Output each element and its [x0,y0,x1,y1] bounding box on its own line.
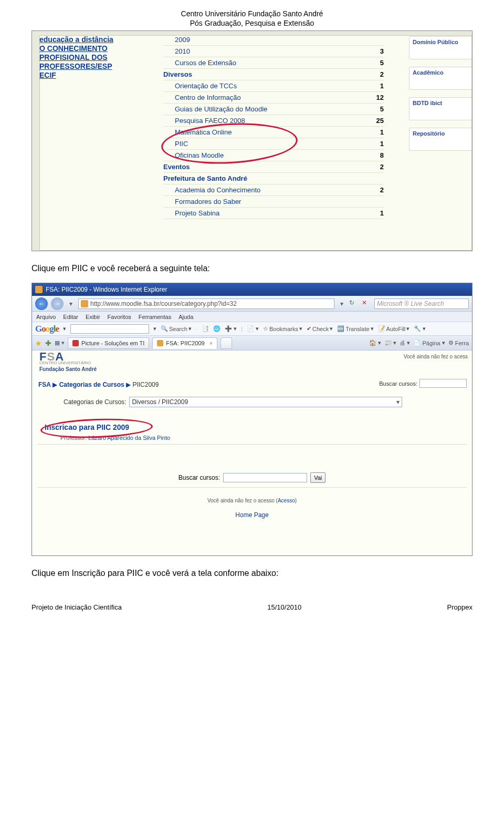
google-autofill-button[interactable]: 📝 AutoFill ▾ [378,325,410,333]
google-dropdown-icon[interactable]: ▾ [63,325,66,332]
chevron-down-icon: ▾ [396,398,400,406]
category-row[interactable]: 2009 [163,34,384,46]
badge-repositorio[interactable]: Repositório [409,128,472,151]
category-row[interactable]: Formadores do Saber [163,196,384,208]
badge-dominio-publico[interactable]: Domínio Público [409,36,472,59]
fsa-logo-icon: FSA [39,354,97,360]
home-icon[interactable]: 🏠 ▾ [369,339,381,346]
login-notice-mid: Você ainda não fez o acesso (Acesso) [32,498,472,503]
google-signin-button[interactable]: 🔧 ▾ [414,325,426,333]
screenshot-browser-piic2009: FSA: PIIC2009 - Windows Internet Explore… [32,283,472,556]
buscar-input-top[interactable] [419,379,467,388]
category-label: Centro de Informação [175,94,241,101]
cat-value: Diversos / PIIC2009 [132,398,188,406]
category-row[interactable]: Prefeitura de Santo André [163,173,384,184]
acesso-link[interactable]: Acesso [278,498,295,503]
category-row[interactable]: Projeto Sabina1 [163,208,384,219]
category-select[interactable]: Diversos / PIIC2009 ▾ [129,397,402,407]
category-label: Academia do Conhecimento [175,186,260,194]
google-translate-button[interactable]: 🔤 Translate ▾ [337,325,373,333]
favorites-star-icon[interactable]: ★ [35,339,42,347]
feeds-icon[interactable]: 📰 ▾ [384,339,396,346]
login-notice-text: Você ainda não fez o acesso [207,498,275,503]
page-content: Você ainda não fez o acess FSA CENTRO UN… [32,351,472,555]
print-icon[interactable]: 🖨 ▾ [400,339,410,346]
search-mid: Buscar cursos: Vai [32,472,472,483]
search-top: Buscar cursos: [379,379,467,388]
tab-picture-solucoes[interactable]: Picture - Soluções em TI [68,337,149,349]
footer-center: 15/10/2010 [267,603,301,611]
professor-name-link[interactable]: Lázaro Aparecido da Silva Pinto [88,435,170,441]
category-count: 5 [366,105,384,113]
category-row[interactable]: Pesquisa FAECO 200825 [163,115,384,127]
category-row[interactable]: Guias de Utilização do Moodle5 [163,104,384,115]
category-row: Categorias de Cursos: Diversos / PIIC200… [64,397,402,407]
category-row[interactable]: PIIC1 [163,138,384,150]
inscricao-link[interactable]: Inscricao para PIIC 2009 [45,423,129,431]
menu-ferramentas[interactable]: Ferramentas [139,314,171,320]
footer-right: Proppex [447,603,472,611]
menu-editar[interactable]: Editar [63,314,78,320]
google-check-button[interactable]: ✔ Check ▾ [307,325,333,333]
gsearch-dropdown-icon[interactable]: ▾ [153,325,156,332]
page-menu[interactable]: 📄 Página ▾ [413,339,445,346]
add-favorite-icon[interactable]: ✚ [45,339,51,347]
crumb-categorias[interactable]: Categorias de Cursos [59,381,124,388]
category-row[interactable]: Matemática Online1 [163,127,384,138]
menu-exibir[interactable]: Exibir [86,314,100,320]
category-label: Eventos [163,163,190,171]
crumb-fsa[interactable]: FSA [38,381,51,388]
category-count: 12 [366,94,384,101]
stop-icon[interactable]: ✕ [362,299,371,308]
category-count: 1 [366,128,384,136]
menu-favoritos[interactable]: Favoritos [108,314,131,320]
category-row[interactable]: Eventos2 [163,161,384,173]
google-toolbar: Google ▾ ▾ 🔍 Search ▾ · 📑 🌐 ➕ ▾ | 📄 ▾ ☆ … [32,322,472,336]
professor-line: Professor: Lázaro Aparecido da Silva Pin… [60,435,170,441]
page-favicon-icon [35,286,43,293]
tab-close-icon[interactable]: × [209,340,213,346]
category-label: Guias de Utilização do Moodle [175,105,267,113]
badge-academico-google[interactable]: Acadêmico [409,67,472,90]
badge-bdtd-ibict[interactable]: BDTD ibict [409,97,472,120]
google-search-button[interactable]: 🔍 Search ▾ [161,325,192,333]
logo-sub1: CENTRO UNIVERSITÁRIO [39,360,97,366]
google-logo-icon: Google [35,324,59,334]
divider-2 [37,487,467,488]
menu-arquivo[interactable]: Arquivo [36,314,56,320]
category-row[interactable]: 20103 [163,46,384,57]
address-bar[interactable]: http://www.moodle.fsa.br/course/category… [78,298,334,309]
url-dropdown-icon[interactable]: ▾ [338,300,346,307]
home-page-link[interactable]: Home Page [32,511,472,519]
vai-button[interactable]: Vai [310,472,326,483]
category-row[interactable]: Orientação de TCCs1 [163,80,384,92]
new-tab-button[interactable] [220,337,232,349]
google-share-button[interactable]: 📑 [202,325,209,333]
category-row[interactable]: Oficinas Moodle8 [163,150,384,161]
browser-search-box[interactable]: Microsoft ® Live Search [374,298,469,309]
category-label: PIIC [175,140,188,148]
category-row[interactable]: Centro de Informação12 [163,92,384,104]
google-news-button[interactable]: 🌐 [213,325,220,333]
category-row[interactable]: Academia do Conhecimento2 [163,184,384,196]
category-row[interactable]: Cursos de Extensão5 [163,57,384,69]
refresh-icon[interactable]: ↻ [349,299,359,308]
category-row[interactable]: Diversos2 [163,69,384,80]
google-search-input[interactable] [70,324,149,334]
quick-tabs-icon[interactable]: ▦ ▾ [55,339,65,346]
menu-ajuda[interactable]: Ajuda [178,314,193,320]
divider [37,444,467,445]
dropdown-icon[interactable]: ▾ [67,300,75,307]
google-more-button[interactable]: ➕ ▾ [225,325,237,333]
category-count: 1 [366,140,384,148]
forward-button[interactable]: → [51,297,64,310]
tab-fsa-piic2009[interactable]: FSA: PIIC2009 × [152,337,217,349]
google-sidewiki-button[interactable]: 📄 ▾ [247,325,259,333]
search-placeholder: Microsoft ® Live Search [377,300,444,307]
professor-label: Professor: [60,435,87,441]
back-button[interactable]: ← [35,297,48,310]
tools-menu[interactable]: ⚙ Ferra [448,339,469,346]
buscar-input-mid[interactable] [223,473,307,482]
side-l0: educação a distância [39,35,137,44]
google-bookmarks-button[interactable]: ☆ Bookmarks ▾ [263,325,302,333]
